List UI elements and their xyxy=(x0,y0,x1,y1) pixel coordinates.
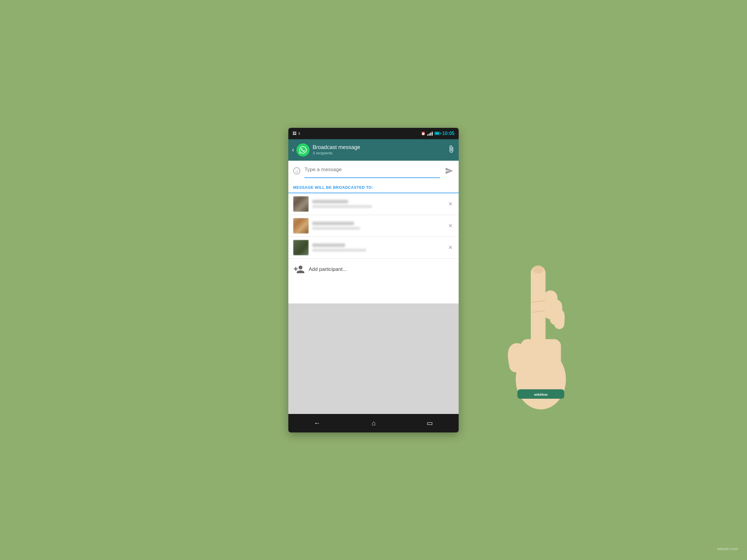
message-input-area xyxy=(288,161,459,178)
back-button[interactable]: ‹ xyxy=(292,146,294,154)
svg-text:wikiHow: wikiHow xyxy=(534,393,548,396)
whatsapp-icon xyxy=(299,146,307,154)
recipient-info-1 xyxy=(312,200,443,208)
app-header: ‹ Broadcast message 3 recipients xyxy=(288,139,459,161)
recipient-info-2 xyxy=(312,222,443,230)
header-text: Broadcast message 3 recipients xyxy=(313,144,447,155)
broadcast-panel: MESSAGE WILL BE BROADCASTED TO: ✕ xyxy=(288,180,459,414)
svg-point-0 xyxy=(293,167,300,174)
recipient-name-2 xyxy=(312,222,354,225)
notification-icon: 3 xyxy=(298,132,300,135)
battery-icon xyxy=(434,132,440,135)
recipient-info-3 xyxy=(312,243,443,251)
hand-illustration: wikiHow xyxy=(490,245,603,419)
remove-recipient-2-button[interactable]: ✕ xyxy=(447,221,454,230)
emoji-icon xyxy=(293,167,301,175)
emoji-button[interactable] xyxy=(291,165,302,176)
hand-svg: wikiHow xyxy=(490,245,592,413)
nav-home-button[interactable]: ⌂ xyxy=(366,417,382,429)
status-bar-right: ⏰ 10:05 xyxy=(421,131,455,136)
recipient-avatar-1 xyxy=(293,196,309,212)
bottom-nav: ← ⌂ ▭ xyxy=(288,414,459,432)
signal-icon xyxy=(427,131,433,136)
broadcast-title: MESSAGE WILL BE BROADCASTED TO: xyxy=(293,185,454,190)
status-time: 10:05 xyxy=(442,131,455,136)
recipients-list: ✕ ✕ xyxy=(288,193,459,304)
gallery-icon: 🖼 xyxy=(292,131,297,136)
page-wrapper: 🖼 3 ⏰ 10:05 ‹ xyxy=(0,0,747,560)
remove-recipient-1-button[interactable]: ✕ xyxy=(447,199,454,209)
recipient-name-3 xyxy=(312,243,345,247)
alarm-icon: ⏰ xyxy=(421,131,426,136)
recipient-avatar-2 xyxy=(293,218,309,234)
recipient-sub-2 xyxy=(312,227,360,230)
nav-recent-button[interactable]: ▭ xyxy=(421,417,439,429)
recipient-avatar-3 xyxy=(293,240,309,256)
recipient-item: ✕ xyxy=(288,237,459,259)
phone-frame: 🖼 3 ⏰ 10:05 ‹ xyxy=(288,128,459,432)
nav-back-button[interactable]: ← xyxy=(308,417,327,429)
header-title: Broadcast message xyxy=(313,144,447,151)
recipient-name-1 xyxy=(312,200,348,204)
paperclip-icon xyxy=(447,145,455,153)
recipient-sub-1 xyxy=(312,205,372,208)
add-person-icon xyxy=(293,263,305,275)
remove-recipient-3-button[interactable]: ✕ xyxy=(447,243,454,252)
input-underline xyxy=(305,178,440,178)
message-input[interactable] xyxy=(305,167,440,175)
recipient-sub-3 xyxy=(312,249,366,251)
attach-button[interactable] xyxy=(447,145,455,155)
add-participant-label: Add participant... xyxy=(309,266,347,272)
send-icon xyxy=(445,167,453,175)
svg-rect-4 xyxy=(521,339,561,382)
status-bar: 🖼 3 ⏰ 10:05 xyxy=(288,128,459,139)
header-subtitle: 3 recipients xyxy=(313,151,447,155)
add-participant-button[interactable]: Add participant... xyxy=(288,259,459,280)
add-person-svg xyxy=(293,264,305,275)
status-bar-left: 🖼 3 xyxy=(292,131,300,136)
input-underline-container xyxy=(288,178,459,180)
broadcast-header: MESSAGE WILL BE BROADCASTED TO: xyxy=(288,180,459,193)
recipient-item: ✕ xyxy=(288,193,459,215)
whatsapp-logo xyxy=(297,143,310,157)
svg-point-6 xyxy=(533,266,543,273)
recipient-item: ✕ xyxy=(288,215,459,237)
gray-area xyxy=(288,303,459,414)
watermark: wikixdn.com xyxy=(717,546,738,551)
send-button[interactable] xyxy=(442,164,456,178)
